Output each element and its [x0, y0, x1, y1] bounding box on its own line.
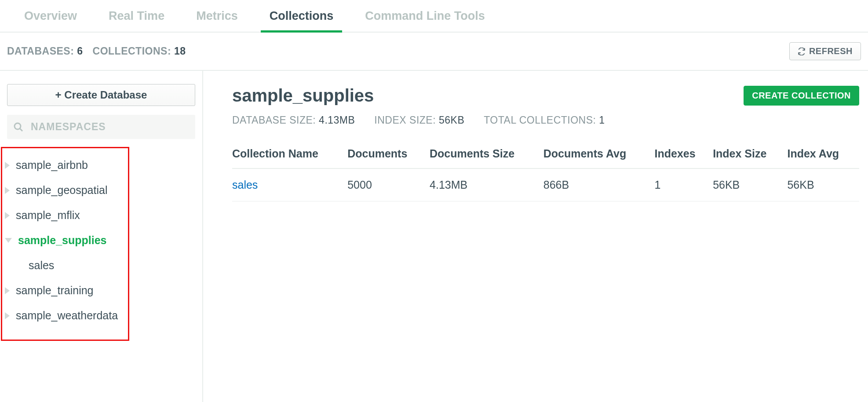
database-title: sample_supplies	[232, 86, 605, 106]
cell-documents_avg: 866B	[543, 168, 655, 201]
total-collections-stat: TOTAL COLLECTIONS: 1	[484, 114, 605, 126]
tab-metrics[interactable]: Metrics	[196, 0, 238, 32]
chevron-right-icon	[5, 212, 10, 219]
db-label: sample_supplies	[18, 234, 106, 247]
sidebar-db-sample_geospatial[interactable]: sample_geospatial	[2, 178, 128, 203]
search-icon	[13, 122, 24, 132]
svg-line-1	[20, 128, 22, 131]
tab-real-time[interactable]: Real Time	[109, 0, 164, 32]
sidebar-db-sample_supplies[interactable]: sample_supplies	[2, 228, 128, 253]
db-label: sample_mflix	[16, 209, 80, 222]
db-size-stat: DATABASE SIZE: 4.13MB	[232, 114, 355, 126]
col-collection-name: Collection Name	[232, 142, 347, 168]
sidebar-db-sample_training[interactable]: sample_training	[2, 278, 128, 303]
stats-bar: DATABASES: 6 COLLECTIONS: 18 REFRESH	[0, 33, 868, 71]
db-label: sample_airbnb	[16, 159, 88, 172]
refresh-button[interactable]: REFRESH	[789, 42, 861, 60]
svg-point-0	[15, 123, 21, 129]
refresh-label: REFRESH	[809, 46, 853, 56]
cell-documents_size: 4.13MB	[430, 168, 543, 201]
sidebar-db-sample_weatherdata[interactable]: sample_weatherdata	[2, 303, 128, 328]
create-database-button[interactable]: + Create Database	[7, 84, 195, 106]
refresh-icon	[798, 48, 806, 55]
index-size-label: INDEX SIZE:	[374, 114, 436, 126]
namespace-search[interactable]: NAMESPACES	[7, 115, 195, 139]
databases-count: 6	[77, 45, 83, 57]
namespace-search-placeholder: NAMESPACES	[31, 121, 106, 133]
col-documents-avg: Documents Avg	[543, 142, 655, 168]
tab-overview[interactable]: Overview	[24, 0, 77, 32]
sidebar-db-sample_mflix[interactable]: sample_mflix	[2, 203, 128, 228]
col-index-size: Index Size	[713, 142, 787, 168]
index-size-stat: INDEX SIZE: 56KB	[374, 114, 464, 126]
collections-count: 18	[174, 45, 186, 57]
sidebar-db-sample_airbnb[interactable]: sample_airbnb	[2, 153, 128, 178]
cell-documents: 5000	[347, 168, 430, 201]
chevron-right-icon	[5, 312, 10, 319]
col-index-avg: Index Avg	[787, 142, 859, 168]
sidebar-collection-sales[interactable]: sales	[2, 253, 128, 278]
collection-link-sales[interactable]: sales	[232, 168, 347, 201]
databases-stat: DATABASES: 6	[7, 45, 83, 57]
database-list: sample_airbnbsample_geospatialsample_mfl…	[1, 147, 129, 341]
databases-label: DATABASES:	[7, 45, 74, 57]
total-collections-label: TOTAL COLLECTIONS:	[484, 114, 596, 126]
tab-bar: OverviewReal TimeMetricsCollectionsComma…	[0, 0, 868, 33]
chevron-right-icon	[5, 287, 10, 294]
index-size-value: 56KB	[439, 114, 464, 126]
cell-index_size: 56KB	[713, 168, 787, 201]
db-label: sample_training	[16, 284, 94, 297]
sidebar: + Create Database NAMESPACES sample_airb…	[0, 71, 203, 402]
col-indexes: Indexes	[655, 142, 713, 168]
database-stats: DATABASE SIZE: 4.13MB INDEX SIZE: 56KB T…	[232, 114, 605, 126]
col-documents: Documents	[347, 142, 430, 168]
db-size-label: DATABASE SIZE:	[232, 114, 316, 126]
tab-collections[interactable]: Collections	[270, 0, 334, 32]
cell-index_avg: 56KB	[787, 168, 859, 201]
chevron-right-icon	[5, 187, 10, 194]
db-size-value: 4.13MB	[319, 114, 355, 126]
chevron-down-icon	[5, 238, 12, 243]
chevron-right-icon	[5, 162, 10, 169]
collections-table: Collection NameDocumentsDocuments SizeDo…	[232, 142, 859, 201]
cell-indexes: 1	[655, 168, 713, 201]
collections-stat: COLLECTIONS: 18	[93, 45, 186, 57]
total-collections-value: 1	[599, 114, 605, 126]
db-label: sample_weatherdata	[16, 309, 118, 322]
db-label: sample_geospatial	[16, 184, 107, 197]
tab-command-line-tools[interactable]: Command Line Tools	[365, 0, 485, 32]
create-collection-button[interactable]: CREATE COLLECTION	[744, 86, 859, 106]
table-row: sales50004.13MB866B156KB56KB	[232, 168, 859, 201]
main-panel: sample_supplies DATABASE SIZE: 4.13MB IN…	[203, 71, 868, 402]
collections-label: COLLECTIONS:	[93, 45, 171, 57]
col-documents-size: Documents Size	[430, 142, 543, 168]
